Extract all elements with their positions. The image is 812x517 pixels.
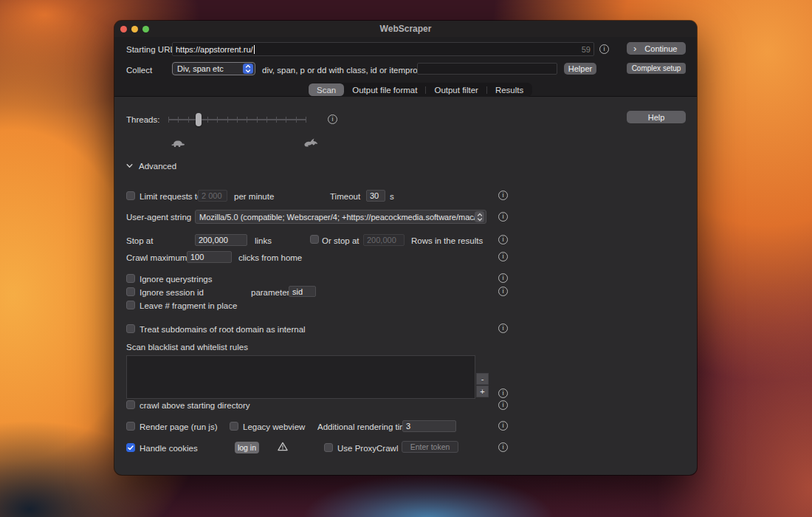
url-char-counter: 59 xyxy=(582,45,591,54)
legacy-webview-checkbox[interactable] xyxy=(230,422,238,431)
info-icon[interactable]: i xyxy=(328,114,337,124)
info-icon[interactable]: i xyxy=(498,421,508,431)
leave-fragment-label: Leave # fragment in place xyxy=(140,301,237,311)
checkmark-icon xyxy=(128,445,134,451)
session-parameter-input[interactable]: sid xyxy=(289,286,316,297)
blacklist-rules-label: Scan blacklist and whitelist rules xyxy=(126,342,248,352)
or-stop-at-label: Or stop at xyxy=(322,236,359,246)
close-button[interactable] xyxy=(120,26,127,32)
remove-rule-button[interactable]: - xyxy=(476,373,489,385)
info-icon[interactable]: i xyxy=(498,212,508,222)
info-icon[interactable]: i xyxy=(498,273,508,283)
collect-selector-input[interactable] xyxy=(417,63,557,75)
stop-at-label: Stop at xyxy=(126,236,153,246)
log-in-button[interactable]: log in xyxy=(235,442,259,453)
limit-requests-label: Limit requests to xyxy=(140,191,202,202)
hare-icon xyxy=(303,137,318,148)
text-caret xyxy=(254,45,255,54)
threads-label: Threads: xyxy=(126,114,159,125)
info-icon[interactable]: i xyxy=(498,191,508,200)
treat-subdomains-label: Treat subdomains of root domain as inter… xyxy=(140,324,306,335)
timeout-input[interactable]: 30 xyxy=(366,190,385,202)
use-proxycrawl-label: Use ProxyCrawl xyxy=(337,443,398,453)
tab-scan[interactable]: Scan xyxy=(309,83,344,96)
leave-fragment-checkbox[interactable] xyxy=(126,301,135,309)
info-icon[interactable]: i xyxy=(498,235,508,244)
limit-requests-input[interactable]: 2 000 xyxy=(198,190,227,202)
user-agent-value: Mozilla/5.0 (compatible; Webscraper/4; +… xyxy=(196,213,475,222)
add-rule-button[interactable]: + xyxy=(476,386,489,397)
crawl-maximum-input[interactable]: 100 xyxy=(187,251,232,263)
collect-label: Collect xyxy=(126,65,152,75)
combo-stepper-icon xyxy=(475,211,484,222)
collect-hint-label: div, span, p or dd with class, id or ite… xyxy=(262,65,424,75)
parameter-label: parameter xyxy=(251,287,289,298)
crawl-above-label: crawl above starting directory xyxy=(140,400,250,411)
per-minute-label: per minute xyxy=(234,191,274,202)
helper-button[interactable]: Helper xyxy=(564,63,596,75)
additional-rendering-input[interactable]: 3 xyxy=(402,420,456,432)
window-title: WebScraper xyxy=(114,24,697,34)
desktop-wallpaper: WebScraper Starting URL https://appstorr… xyxy=(0,0,812,517)
render-page-label: Render page (run js) xyxy=(140,422,217,432)
timeout-label: Timeout xyxy=(330,191,360,202)
ignore-session-id-label: Ignore session id xyxy=(140,287,204,298)
starting-url-input[interactable]: https://appstorrent.ru/ 59 xyxy=(172,42,594,56)
window-titlebar[interactable]: WebScraper xyxy=(114,21,697,37)
additional-rendering-label: Additional rendering time: xyxy=(317,422,413,432)
ignore-session-id-checkbox[interactable] xyxy=(126,287,135,296)
info-icon[interactable]: i xyxy=(599,44,609,54)
crawl-above-checkbox[interactable] xyxy=(126,400,135,409)
tortoise-icon xyxy=(171,139,185,149)
warning-icon xyxy=(278,442,288,451)
tab-output-filter[interactable]: Output filter xyxy=(426,83,486,96)
tab-bar: Scan Output file format Output filter Re… xyxy=(308,83,532,97)
popup-stepper-icon xyxy=(243,64,253,74)
starting-url-label: Starting URL xyxy=(126,44,175,55)
info-icon[interactable]: i xyxy=(498,442,508,452)
zoom-button[interactable] xyxy=(142,26,149,32)
chevron-right-icon: › xyxy=(633,44,636,52)
advanced-disclosure-label[interactable]: Advanced xyxy=(139,161,176,171)
treat-subdomains-checkbox[interactable] xyxy=(126,324,135,333)
tab-results[interactable]: Results xyxy=(487,83,531,96)
clicks-from-home-label: clicks from home xyxy=(238,253,302,263)
threads-slider[interactable] xyxy=(168,113,306,126)
info-icon[interactable]: i xyxy=(498,252,508,261)
user-agent-label: User-agent string xyxy=(126,212,191,222)
handle-cookies-checkbox[interactable] xyxy=(126,443,135,452)
starting-url-value: https://appstorrent.ru/ xyxy=(176,45,253,54)
links-label: links xyxy=(255,236,272,246)
complex-setup-button[interactable]: Complex setup xyxy=(627,63,686,74)
token-input[interactable]: Enter token xyxy=(402,441,458,453)
timeout-unit-label: s xyxy=(390,191,394,202)
stop-at-input[interactable]: 200,000 xyxy=(195,234,247,246)
traffic-lights xyxy=(114,26,149,32)
legacy-webview-label: Legacy webview xyxy=(243,422,305,432)
minimize-button[interactable] xyxy=(131,26,138,32)
collect-dropdown-value: Div, span etc xyxy=(173,64,243,73)
handle-cookies-label: Handle cookies xyxy=(140,443,198,453)
blacklist-rules-textarea[interactable] xyxy=(126,355,475,399)
info-icon[interactable]: i xyxy=(498,400,508,410)
info-icon[interactable]: i xyxy=(498,287,508,296)
info-icon[interactable]: i xyxy=(498,323,508,333)
info-icon[interactable]: i xyxy=(498,388,508,398)
limit-requests-checkbox[interactable] xyxy=(126,191,135,200)
ignore-querystrings-checkbox[interactable] xyxy=(126,274,135,283)
collect-dropdown[interactable]: Div, span etc xyxy=(172,62,255,75)
user-agent-combo[interactable]: Mozilla/5.0 (compatible; Webscraper/4; +… xyxy=(195,210,486,224)
disclosure-chevron-icon[interactable] xyxy=(126,162,133,169)
render-page-checkbox[interactable] xyxy=(126,422,135,431)
ignore-querystrings-label: Ignore querystrings xyxy=(140,274,212,284)
webscraper-window: WebScraper Starting URL https://appstorr… xyxy=(114,21,697,475)
help-button[interactable]: Help xyxy=(627,111,686,123)
or-stop-at-input[interactable]: 200,000 xyxy=(363,234,405,246)
slider-thumb[interactable] xyxy=(196,113,202,126)
tab-output-file-format[interactable]: Output file format xyxy=(344,83,425,96)
crawl-maximum-label: Crawl maximum xyxy=(126,253,187,263)
continue-button[interactable]: › Continue xyxy=(627,42,686,55)
or-stop-at-checkbox[interactable] xyxy=(310,235,319,244)
rows-in-results-label: Rows in the results xyxy=(411,236,483,246)
use-proxycrawl-checkbox[interactable] xyxy=(324,443,333,452)
